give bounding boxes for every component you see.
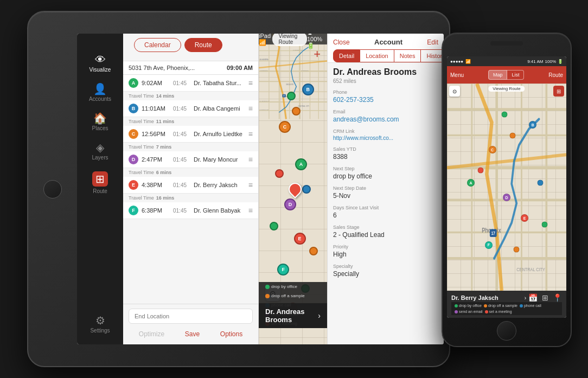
stop-menu-f[interactable]: ≡: [248, 206, 253, 215]
route-panel: Calendar Route 5031 7th Ave, Phoenix,...…: [123, 34, 259, 344]
route-stop-1[interactable]: B 11:01AM 01:45 Dr. Alba Cangemi ≡: [123, 100, 258, 117]
stop-menu-e[interactable]: ≡: [248, 181, 253, 189]
field-value-crm[interactable]: http://www.microsoft.co...: [333, 135, 438, 141]
map-pin-d[interactable]: D: [284, 198, 296, 210]
settings-icon: ⚙: [95, 315, 105, 326]
map-account-bar[interactable]: Dr. Andreas Brooms ›: [259, 303, 327, 328]
iphone-home-button[interactable]: [497, 321, 516, 341]
map-account-name: Dr. Andreas Brooms: [265, 307, 314, 324]
sidebar-item-route[interactable]: ⊞ Route: [77, 166, 123, 200]
detail-tab-location[interactable]: Location: [360, 49, 394, 62]
field-priority: Priority High: [333, 244, 438, 258]
iphone-grid-list-icon[interactable]: ⊞: [542, 293, 548, 302]
tab-calendar[interactable]: Calendar: [134, 38, 181, 52]
stop-badge-e: E: [129, 180, 138, 190]
detail-panel-title: Account: [374, 38, 402, 46]
sidebar-item-places[interactable]: 🏠 Places: [77, 107, 123, 137]
iphone-map-pin-icon[interactable]: 📍: [553, 293, 562, 302]
stop-duration-b: 01:45: [173, 106, 190, 112]
route-stop-2[interactable]: C 12:56PM 01:45 Dr. Arnulfo Liedtke ≡: [123, 126, 258, 143]
iphone-legend-set-meeting: set a meeting: [485, 310, 512, 313]
footer-actions: Optimize Save Options: [129, 328, 253, 340]
iphone-grid-button[interactable]: ⊞: [553, 86, 564, 97]
map-pin-c[interactable]: C: [279, 121, 291, 133]
map-statusbar: iPad 📶 Viewing Route ▲ 100% 🔋: [259, 34, 327, 44]
svg-text:E Glendale Ave: E Glendale Ave: [293, 49, 303, 51]
iphone-tab-map[interactable]: Map: [488, 70, 508, 80]
tab-route[interactable]: Route: [184, 38, 222, 52]
map-pin-f[interactable]: F: [277, 264, 289, 276]
detail-account-name: Dr. Andreas Brooms: [333, 67, 438, 77]
detail-close-button[interactable]: Close: [333, 39, 350, 46]
ipad-device: 👁 Visualize 👤 Accounts 🏠 Places ◈ Layers…: [27, 11, 450, 367]
field-sales-ytd: Sales YTD 8388: [333, 146, 438, 161]
iphone-locate-button[interactable]: ⊙: [449, 86, 460, 97]
iphone-time: 9:41 AM: [527, 59, 543, 64]
stop-menu-a[interactable]: ≡: [248, 79, 253, 87]
ipad-home-button[interactable]: [43, 180, 62, 198]
iphone-route-button[interactable]: Route: [548, 72, 563, 78]
sidebar-label-places: Places: [92, 125, 108, 131]
stop-menu-c[interactable]: ≡: [248, 130, 253, 138]
map-pin-extra-1: [292, 107, 301, 116]
iphone-pin-extra-1: [510, 132, 516, 138]
iphone-device: ●●●●● 📶 9:41 AM 100%🔋 Menu Map List Rout…: [442, 33, 572, 347]
stop-menu-b[interactable]: ≡: [248, 104, 253, 113]
detail-tab-history[interactable]: History: [421, 49, 444, 62]
iphone-battery: 100%: [545, 59, 556, 64]
stop-name-b: Dr. Alba Cangemi: [194, 105, 245, 112]
sidebar-item-visualize[interactable]: 👁 Visualize: [77, 49, 123, 78]
field-value-sales-stage: 2 - Qualified Lead: [333, 231, 438, 239]
iphone-tab-list[interactable]: List: [507, 70, 524, 80]
route-panel-header: Calendar Route: [123, 34, 258, 61]
svg-rect-38: [490, 229, 497, 237]
route-stop-3[interactable]: D 2:47PM 01:45 Dr. Mary Moncur ≡: [123, 151, 258, 168]
iphone-legend-drop-office: drop by office: [455, 304, 482, 307]
iphone-pin-c: C: [489, 146, 496, 153]
svg-text:ALHAMBRA: ALHAMBRA: [260, 59, 269, 61]
iphone-legend-dot-red: [485, 310, 488, 313]
iphone-menu-button[interactable]: Menu: [450, 72, 464, 78]
iphone-viewing-route: Viewing Route: [488, 86, 525, 92]
end-location-input[interactable]: [129, 309, 253, 324]
iphone-calendar-icon[interactable]: 📅: [528, 293, 538, 302]
stop-menu-d[interactable]: ≡: [248, 155, 253, 164]
iphone-pin-d: D: [503, 194, 510, 201]
map-pin-extra-3: [275, 169, 284, 178]
iphone-pin-extra-5: [542, 221, 548, 227]
map-pin-b[interactable]: B: [302, 84, 314, 95]
stop-time-d: 2:47PM: [142, 156, 170, 163]
field-value-sales-ytd: 8388: [333, 153, 438, 161]
optimize-button[interactable]: Optimize: [135, 328, 169, 340]
save-button[interactable]: Save: [181, 328, 204, 340]
places-icon: 🏠: [93, 113, 107, 124]
field-value-email[interactable]: andreas@brooms.com: [333, 116, 438, 123]
accounts-icon: 👤: [93, 84, 107, 94]
detail-edit-button[interactable]: Edit: [427, 39, 438, 46]
map-chevron-icon: ›: [318, 311, 321, 320]
scene: 👁 Visualize 👤 Accounts 🏠 Places ◈ Layers…: [0, 0, 588, 378]
field-label-priority: Priority: [333, 244, 438, 249]
detail-tab-notes[interactable]: Notes: [394, 49, 421, 62]
iphone-account-row[interactable]: Dr. Berry Jaksch › 📅 ⊞ 📍: [451, 293, 562, 302]
field-value-phone[interactable]: 602-257-3235: [333, 96, 438, 104]
travel-time-2: Travel Time 7 mins: [123, 143, 258, 151]
map-pin-e[interactable]: E: [294, 233, 306, 245]
field-label-sales-ytd: Sales YTD: [333, 146, 438, 152]
options-button[interactable]: Options: [216, 328, 247, 340]
map-add-button[interactable]: +: [314, 47, 321, 61]
sidebar-item-accounts[interactable]: 👤 Accounts: [77, 78, 123, 107]
legend-dot-orange: [265, 294, 270, 298]
sidebar-item-settings[interactable]: ⚙ Settings: [77, 310, 123, 339]
svg-text:Phoenix: Phoenix: [482, 226, 501, 233]
field-phone: Phone 602-257-3235: [333, 89, 438, 104]
route-stop-4[interactable]: E 4:38PM 01:45 Dr. Berry Jaksch ≡: [123, 177, 258, 194]
detail-tab-detail[interactable]: Detail: [333, 49, 360, 62]
map-pin-a[interactable]: A: [295, 158, 307, 170]
sidebar-item-layers[interactable]: ◈ Layers: [77, 137, 123, 166]
route-stop-5[interactable]: F 6:38PM 01:45 Dr. Glenn Babyak ≡: [123, 202, 258, 219]
route-stop-0[interactable]: A 9:02AM 01:45 Dr. Tabatha Stur... ≡: [123, 75, 258, 92]
stop-name-d: Dr. Mary Moncur: [194, 156, 245, 163]
stop-duration-e: 01:45: [173, 182, 190, 188]
stop-badge-c: C: [129, 129, 138, 139]
